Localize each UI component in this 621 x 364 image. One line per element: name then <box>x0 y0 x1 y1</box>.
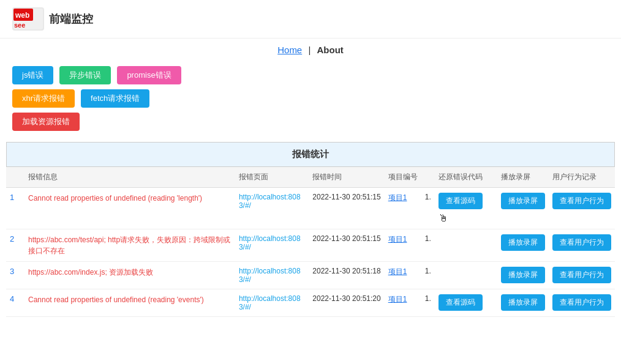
replay-cell: 播放录屏 <box>497 289 549 317</box>
error-time: 2022-11-30 20:51:18 <box>309 262 384 289</box>
error-page: http://localhost:8083/#/ <box>235 262 309 289</box>
replay-button[interactable]: 播放录屏 <box>501 193 545 209</box>
error-info: Cannot read properties of undefined (rea… <box>24 188 235 229</box>
buttons-row-2: xhr请求报错 fetch请求报错 <box>12 89 609 108</box>
header: web see 前端监控 <box>0 0 621 39</box>
row-number: 4 <box>6 289 24 317</box>
table-row: 2https://abc.com/test/api; http请求失败，失败原因… <box>6 229 615 262</box>
error-info: https://abc.com/index.js; 资源加载失败 <box>24 262 235 289</box>
behavior-cell: 查看用户行为 <box>549 229 615 262</box>
view-source-cell <box>435 262 497 289</box>
load-resource-error-button[interactable]: 加载资源报错 <box>12 113 80 131</box>
source-num: 1. <box>421 289 435 317</box>
async-error-button[interactable]: 异步错误 <box>59 66 111 84</box>
buttons-area: js错误 异步错误 promise错误 xhr请求报错 fetch请求报错 加载… <box>0 61 621 136</box>
row-number: 3 <box>6 262 24 289</box>
promise-error-button[interactable]: promise错误 <box>117 66 181 84</box>
behavior-cell: 查看用户行为 <box>549 188 615 229</box>
project-id: 项目1 <box>385 262 421 289</box>
behavior-button[interactable]: 查看用户行为 <box>552 267 611 283</box>
view-source-button[interactable]: 查看源码 <box>438 193 483 209</box>
source-num: 1. <box>421 262 435 289</box>
about-link[interactable]: About <box>317 45 343 55</box>
behavior-button[interactable]: 查看用户行为 <box>552 234 611 251</box>
nav-bar: Home | About <box>0 39 621 61</box>
source-num: 1. <box>421 229 435 262</box>
row-number: 2 <box>6 229 24 262</box>
col-restore-code: 还原错误代码 <box>435 167 497 188</box>
replay-cell: 播放录屏 <box>497 229 549 262</box>
col-source-num <box>421 167 435 188</box>
replay-cell: 播放录屏 <box>497 262 549 289</box>
svg-text:see: see <box>14 21 25 29</box>
error-page: http://localhost:8083/#/ <box>235 188 309 229</box>
error-info: https://abc.com/test/api; http请求失败，失败原因：… <box>24 229 235 262</box>
col-replay: 播放录屏 <box>497 167 549 188</box>
table-header-row: 报错信息 报错页面 报错时间 项目编号 还原错误代码 播放录屏 用户行为记录 <box>6 167 615 188</box>
table-title: 报错统计 <box>6 142 615 167</box>
view-source-button[interactable]: 查看源码 <box>438 294 483 311</box>
replay-button[interactable]: 播放录屏 <box>501 234 545 251</box>
logo-text: 前端监控 <box>49 12 93 26</box>
error-page: http://localhost:8083/#/ <box>235 229 309 262</box>
svg-text:web: web <box>15 11 29 20</box>
error-page: http://localhost:8083/#/ <box>235 289 309 317</box>
error-time: 2022-11-30 20:51:15 <box>309 188 384 229</box>
xhr-error-button[interactable]: xhr请求报错 <box>12 89 75 108</box>
project-id: 项目1 <box>385 229 421 262</box>
error-time: 2022-11-30 20:51:15 <box>309 229 384 262</box>
col-num <box>6 167 24 188</box>
table-row: 3https://abc.com/index.js; 资源加载失败http://… <box>6 262 615 289</box>
logo: web see 前端监控 <box>12 7 93 31</box>
error-info: Cannot read properties of undefined (rea… <box>24 289 235 317</box>
row-number: 1 <box>6 188 24 229</box>
table-row: 4Cannot read properties of undefined (re… <box>6 289 615 317</box>
js-error-button[interactable]: js错误 <box>12 66 53 84</box>
col-time: 报错时间 <box>309 167 384 188</box>
behavior-cell: 查看用户行为 <box>549 262 615 289</box>
behavior-cell: 查看用户行为 <box>549 289 615 317</box>
error-stats-table: 报错信息 报错页面 报错时间 项目编号 还原错误代码 播放录屏 用户行为记录 1… <box>6 167 615 317</box>
behavior-button[interactable]: 查看用户行为 <box>552 294 611 311</box>
logo-icon: web see <box>12 7 44 31</box>
home-link[interactable]: Home <box>277 45 302 55</box>
col-page: 报错页面 <box>235 167 309 188</box>
project-id: 项目1 <box>385 188 421 229</box>
error-time: 2022-11-30 20:51:20 <box>309 289 384 317</box>
col-error-info: 报错信息 <box>24 167 235 188</box>
fetch-error-button[interactable]: fetch请求报错 <box>81 89 149 108</box>
behavior-button[interactable]: 查看用户行为 <box>552 193 611 209</box>
replay-button[interactable]: 播放录屏 <box>501 267 545 283</box>
cursor-icon: 🖱 <box>438 213 448 224</box>
replay-cell: 播放录屏 <box>497 188 549 229</box>
view-source-cell: 查看源码🖱 <box>435 188 497 229</box>
nav-separator: | <box>308 45 310 55</box>
table-row: 1Cannot read properties of undefined (re… <box>6 188 615 229</box>
project-id: 项目1 <box>385 289 421 317</box>
view-source-cell: 查看源码 <box>435 289 497 317</box>
source-num: 1. <box>421 188 435 229</box>
replay-button[interactable]: 播放录屏 <box>501 294 545 311</box>
view-source-cell <box>435 229 497 262</box>
col-project: 项目编号 <box>385 167 421 188</box>
buttons-row-1: js错误 异步错误 promise错误 <box>12 66 609 84</box>
buttons-row-3: 加载资源报错 <box>12 113 609 131</box>
error-stats-section: 报错统计 报错信息 报错页面 报错时间 项目编号 还原错误代码 播放录屏 用户行… <box>6 142 615 317</box>
col-behavior: 用户行为记录 <box>549 167 615 188</box>
